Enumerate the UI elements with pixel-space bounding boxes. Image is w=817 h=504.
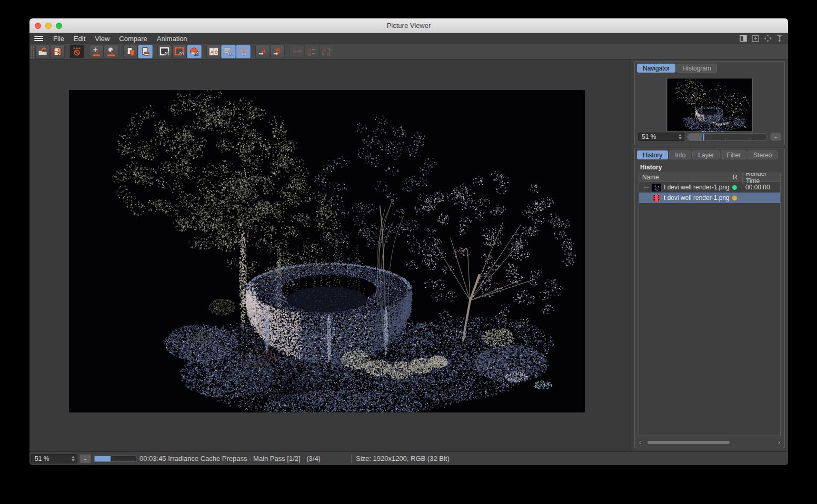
menu-edit[interactable]: Edit (69, 35, 90, 43)
navigator-thumbnail[interactable] (667, 78, 753, 132)
svg-text:?: ? (57, 52, 60, 57)
history-horizontal-scrollbar[interactable]: ‹ › (637, 439, 782, 446)
tree-connector (639, 182, 652, 193)
move-panel-icon[interactable] (763, 34, 772, 43)
picture-viewer-window: Picture Viewer File Edit View Compare An… (29, 18, 788, 465)
menu-bar: File Edit View Compare Animation (29, 33, 788, 44)
menu-animation[interactable]: Animation (152, 35, 192, 43)
svg-text:B: B (327, 52, 331, 57)
resize-vertical-icon[interactable] (776, 34, 783, 43)
ab-cycle-button[interactable]: AB (319, 45, 334, 58)
title-bar[interactable]: Picture Viewer (29, 18, 788, 33)
svg-text:B: B (215, 49, 218, 55)
tab-history[interactable]: History (637, 150, 668, 159)
tab-histogram[interactable]: Histogram (676, 64, 717, 73)
tree-connector (639, 193, 652, 203)
image-size-text: Size: 1920x1200, RGB (32 Bit) (356, 455, 450, 462)
svg-text:B: B (308, 52, 312, 57)
menu-file[interactable]: File (48, 35, 69, 43)
save-image-button[interactable]: ? (50, 45, 65, 58)
tab-info[interactable]: Info (669, 150, 691, 159)
history-table: Name R Render Time t devi well render-1.… (639, 173, 781, 436)
toolbar: ? AB AB AB A B AB AB AB (29, 44, 788, 59)
svg-text:B: B (298, 49, 302, 54)
render-status-dot (732, 185, 737, 190)
history-row[interactable]: t devi well render-1.png (639, 193, 780, 203)
navigator-thumbnail-image (667, 78, 752, 132)
history-section: History Info Layer Filter Stereo History… (634, 148, 785, 448)
tab-stereo[interactable]: Stereo (748, 150, 778, 159)
ab-blend-button[interactable]: AB (236, 45, 251, 58)
statusbar-divider (351, 455, 352, 463)
add-scene-to-queue-button[interactable] (89, 45, 104, 58)
ab-difference-button[interactable]: AB (304, 45, 319, 58)
render-status-text: 00:03:45 Irradiance Cache Prepass - Main… (140, 455, 321, 462)
navigator-section: Navigator Histogram 51 % (634, 61, 785, 145)
close-window-button[interactable] (35, 23, 41, 29)
ab-overlay-button[interactable]: AB (221, 45, 236, 58)
render-progress-bar (94, 456, 136, 462)
history-heading: History (640, 164, 662, 171)
rendered-image-thumbnail (652, 184, 661, 191)
statusbar-zoom-field[interactable]: 51 % (31, 454, 77, 463)
compare-cap-button[interactable] (187, 45, 202, 58)
frame-a-button[interactable] (157, 45, 172, 58)
history-table-header[interactable]: Name R Render Time (639, 173, 780, 182)
navigator-zoom-field[interactable]: 51 % (638, 133, 684, 141)
frame-b-button[interactable] (172, 45, 187, 58)
svg-text:A: A (293, 49, 296, 54)
navigator-zoom-slider[interactable] (687, 133, 768, 141)
tab-filter[interactable]: Filter (721, 150, 746, 159)
zoom-dropdown-button[interactable]: ⌄ (770, 133, 781, 141)
svg-text:A: A (211, 49, 214, 55)
image-viewport[interactable] (29, 59, 631, 451)
zoom-stepper-icon[interactable] (679, 134, 682, 139)
swap-ab-button[interactable]: AB (290, 45, 304, 58)
window-title: Picture Viewer (387, 22, 431, 29)
menu-view[interactable]: View (90, 35, 114, 43)
scrollbar-thumb[interactable] (647, 441, 730, 444)
render-image[interactable] (69, 90, 585, 412)
ab-side-by-side-button[interactable]: AB (206, 45, 221, 58)
set-as-a-button[interactable]: A (255, 45, 270, 58)
status-bar: 51 % ⌄ 00:03:45 Irradiance Cache Prepass… (29, 451, 788, 465)
keep-image-button[interactable] (138, 45, 153, 58)
statusbar-zoom-dropdown-button[interactable]: ⌄ (79, 454, 91, 463)
toolbar-drag-handle[interactable] (31, 45, 34, 58)
render-image-frame (69, 90, 585, 412)
add-panel-icon[interactable] (751, 34, 760, 43)
open-image-button[interactable] (35, 45, 50, 58)
rendering-film-icon (652, 194, 661, 202)
set-as-b-button[interactable]: B (270, 45, 285, 58)
zoom-slider-marker[interactable] (703, 134, 704, 140)
scroll-left-icon[interactable]: ‹ (637, 439, 643, 446)
history-row[interactable]: t devi well render-1.png 00:00:00 (639, 182, 780, 193)
zoom-stepper-icon[interactable] (72, 456, 75, 461)
traffic-lights (35, 23, 62, 29)
minimize-window-button[interactable] (45, 23, 52, 29)
panel-toggle-icon[interactable] (739, 34, 748, 43)
render-status-dot (732, 196, 737, 200)
render-progress-fill (95, 456, 111, 461)
render-scene-button[interactable] (104, 45, 118, 58)
clear-history-button[interactable] (123, 45, 138, 58)
tab-navigator[interactable]: Navigator (637, 64, 675, 73)
stop-render-button[interactable] (69, 45, 84, 58)
scroll-right-icon[interactable]: › (776, 439, 782, 446)
tab-layer[interactable]: Layer (692, 150, 720, 159)
svg-text:A: A (322, 48, 326, 53)
hamburger-menu-icon[interactable] (34, 36, 43, 42)
zoom-window-button[interactable] (56, 23, 62, 29)
right-panel: Navigator Histogram 51 % (631, 59, 788, 451)
menu-compare[interactable]: Compare (114, 35, 152, 43)
